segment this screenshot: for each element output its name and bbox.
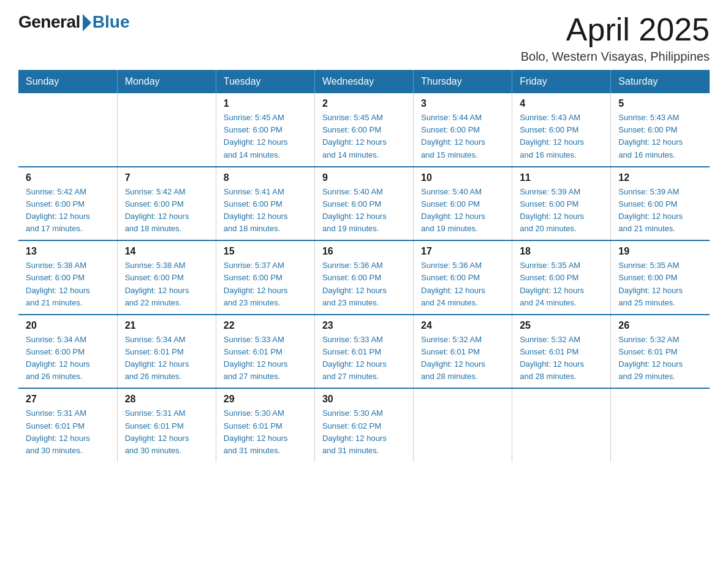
day-info: Sunrise: 5:36 AM Sunset: 6:00 PM Dayligh…	[322, 259, 406, 309]
weekday-header-sunday: Sunday	[18, 70, 117, 93]
logo-general-text: General	[18, 12, 80, 32]
calendar-cell: 1Sunrise: 5:45 AM Sunset: 6:00 PM Daylig…	[216, 93, 314, 167]
calendar-cell: 6Sunrise: 5:42 AM Sunset: 6:00 PM Daylig…	[18, 167, 117, 241]
day-info: Sunrise: 5:45 AM Sunset: 6:00 PM Dayligh…	[322, 112, 406, 161]
day-number: 30	[322, 394, 406, 405]
calendar-week-row: 20Sunrise: 5:34 AM Sunset: 6:00 PM Dayli…	[18, 315, 710, 389]
day-info: Sunrise: 5:33 AM Sunset: 6:01 PM Dayligh…	[322, 334, 406, 383]
day-number: 13	[26, 246, 110, 257]
calendar-week-row: 13Sunrise: 5:38 AM Sunset: 6:00 PM Dayli…	[18, 240, 710, 315]
day-info: Sunrise: 5:42 AM Sunset: 6:00 PM Dayligh…	[125, 186, 208, 236]
month-title: April 2025	[521, 12, 710, 47]
calendar-cell: 19Sunrise: 5:35 AM Sunset: 6:00 PM Dayli…	[611, 240, 710, 315]
day-number: 23	[322, 320, 406, 331]
day-info: Sunrise: 5:45 AM Sunset: 6:00 PM Dayligh…	[224, 112, 307, 161]
calendar-cell: 12Sunrise: 5:39 AM Sunset: 6:00 PM Dayli…	[611, 167, 710, 241]
day-number: 4	[520, 98, 603, 109]
calendar-cell	[414, 388, 512, 462]
day-number: 12	[618, 172, 702, 183]
calendar-cell: 16Sunrise: 5:36 AM Sunset: 6:00 PM Dayli…	[314, 240, 413, 315]
calendar-cell: 24Sunrise: 5:32 AM Sunset: 6:01 PM Dayli…	[414, 315, 512, 389]
calendar-cell: 30Sunrise: 5:30 AM Sunset: 6:02 PM Dayli…	[314, 388, 413, 462]
calendar-cell: 17Sunrise: 5:36 AM Sunset: 6:00 PM Dayli…	[414, 240, 512, 315]
day-number: 20	[26, 320, 110, 331]
day-info: Sunrise: 5:32 AM Sunset: 6:01 PM Dayligh…	[618, 334, 702, 383]
calendar-cell: 21Sunrise: 5:34 AM Sunset: 6:01 PM Dayli…	[117, 315, 216, 389]
calendar-cell: 23Sunrise: 5:33 AM Sunset: 6:01 PM Dayli…	[314, 315, 413, 389]
day-info: Sunrise: 5:39 AM Sunset: 6:00 PM Dayligh…	[618, 186, 702, 236]
day-number: 9	[322, 172, 406, 183]
day-info: Sunrise: 5:32 AM Sunset: 6:01 PM Dayligh…	[421, 334, 504, 383]
calendar-cell: 3Sunrise: 5:44 AM Sunset: 6:00 PM Daylig…	[414, 93, 512, 167]
calendar-cell: 5Sunrise: 5:43 AM Sunset: 6:00 PM Daylig…	[611, 93, 710, 167]
day-number: 18	[520, 246, 603, 257]
calendar-cell	[117, 93, 216, 167]
day-number: 15	[224, 246, 307, 257]
calendar-cell: 11Sunrise: 5:39 AM Sunset: 6:00 PM Dayli…	[512, 167, 611, 241]
logo: General Blue	[18, 12, 129, 32]
day-number: 27	[26, 394, 110, 405]
calendar-week-row: 27Sunrise: 5:31 AM Sunset: 6:01 PM Dayli…	[18, 388, 710, 462]
calendar-cell	[18, 93, 117, 167]
calendar-cell: 4Sunrise: 5:43 AM Sunset: 6:00 PM Daylig…	[512, 93, 611, 167]
day-info: Sunrise: 5:38 AM Sunset: 6:00 PM Dayligh…	[125, 259, 208, 309]
day-number: 26	[618, 320, 702, 331]
day-number: 10	[421, 172, 504, 183]
calendar-cell: 2Sunrise: 5:45 AM Sunset: 6:00 PM Daylig…	[314, 93, 413, 167]
day-number: 22	[224, 320, 307, 331]
day-number: 11	[520, 172, 603, 183]
day-info: Sunrise: 5:42 AM Sunset: 6:00 PM Dayligh…	[26, 186, 110, 236]
day-info: Sunrise: 5:35 AM Sunset: 6:00 PM Dayligh…	[520, 259, 603, 309]
day-info: Sunrise: 5:35 AM Sunset: 6:00 PM Dayligh…	[618, 259, 702, 309]
calendar-header-row: SundayMondayTuesdayWednesdayThursdayFrid…	[18, 70, 710, 93]
logo-blue-text: Blue	[93, 12, 130, 32]
day-info: Sunrise: 5:43 AM Sunset: 6:00 PM Dayligh…	[618, 112, 702, 161]
day-number: 6	[26, 172, 110, 183]
calendar-cell: 15Sunrise: 5:37 AM Sunset: 6:00 PM Dayli…	[216, 240, 314, 315]
location-subtitle: Bolo, Western Visayas, Philippines	[521, 50, 710, 64]
day-info: Sunrise: 5:34 AM Sunset: 6:00 PM Dayligh…	[26, 334, 110, 383]
day-number: 8	[224, 172, 307, 183]
weekday-header-thursday: Thursday	[414, 70, 512, 93]
calendar-cell: 7Sunrise: 5:42 AM Sunset: 6:00 PM Daylig…	[117, 167, 216, 241]
day-info: Sunrise: 5:41 AM Sunset: 6:00 PM Dayligh…	[224, 186, 307, 236]
calendar-cell: 29Sunrise: 5:30 AM Sunset: 6:01 PM Dayli…	[216, 388, 314, 462]
calendar-week-row: 1Sunrise: 5:45 AM Sunset: 6:00 PM Daylig…	[18, 93, 710, 167]
weekday-header-saturday: Saturday	[611, 70, 710, 93]
weekday-header-wednesday: Wednesday	[314, 70, 413, 93]
calendar-cell: 28Sunrise: 5:31 AM Sunset: 6:01 PM Dayli…	[117, 388, 216, 462]
calendar-cell: 10Sunrise: 5:40 AM Sunset: 6:00 PM Dayli…	[414, 167, 512, 241]
weekday-header-monday: Monday	[117, 70, 216, 93]
day-number: 2	[322, 98, 406, 109]
day-number: 29	[224, 394, 307, 405]
calendar-cell: 13Sunrise: 5:38 AM Sunset: 6:00 PM Dayli…	[18, 240, 117, 315]
day-number: 25	[520, 320, 603, 331]
calendar-week-row: 6Sunrise: 5:42 AM Sunset: 6:00 PM Daylig…	[18, 167, 710, 241]
day-number: 1	[224, 98, 307, 109]
calendar-cell: 14Sunrise: 5:38 AM Sunset: 6:00 PM Dayli…	[117, 240, 216, 315]
day-info: Sunrise: 5:32 AM Sunset: 6:01 PM Dayligh…	[520, 334, 603, 383]
weekday-header-tuesday: Tuesday	[216, 70, 314, 93]
day-info: Sunrise: 5:40 AM Sunset: 6:00 PM Dayligh…	[421, 186, 504, 236]
calendar-cell: 27Sunrise: 5:31 AM Sunset: 6:01 PM Dayli…	[18, 388, 117, 462]
day-info: Sunrise: 5:40 AM Sunset: 6:00 PM Dayligh…	[322, 186, 406, 236]
calendar-cell: 26Sunrise: 5:32 AM Sunset: 6:01 PM Dayli…	[611, 315, 710, 389]
day-number: 14	[125, 246, 208, 257]
day-number: 3	[421, 98, 504, 109]
day-number: 7	[125, 172, 208, 183]
calendar-table: SundayMondayTuesdayWednesdayThursdayFrid…	[18, 70, 710, 462]
page-header: General Blue April 2025 Bolo, Western Vi…	[18, 12, 710, 64]
day-number: 19	[618, 246, 702, 257]
day-info: Sunrise: 5:37 AM Sunset: 6:00 PM Dayligh…	[224, 259, 307, 309]
day-info: Sunrise: 5:30 AM Sunset: 6:01 PM Dayligh…	[224, 407, 307, 457]
day-number: 24	[421, 320, 504, 331]
calendar-cell	[512, 388, 611, 462]
day-info: Sunrise: 5:33 AM Sunset: 6:01 PM Dayligh…	[224, 334, 307, 383]
calendar-cell: 8Sunrise: 5:41 AM Sunset: 6:00 PM Daylig…	[216, 167, 314, 241]
day-info: Sunrise: 5:30 AM Sunset: 6:02 PM Dayligh…	[322, 407, 406, 457]
calendar-cell: 9Sunrise: 5:40 AM Sunset: 6:00 PM Daylig…	[314, 167, 413, 241]
logo-triangle-icon	[83, 14, 91, 31]
calendar-cell: 25Sunrise: 5:32 AM Sunset: 6:01 PM Dayli…	[512, 315, 611, 389]
day-info: Sunrise: 5:39 AM Sunset: 6:00 PM Dayligh…	[520, 186, 603, 236]
day-number: 21	[125, 320, 208, 331]
